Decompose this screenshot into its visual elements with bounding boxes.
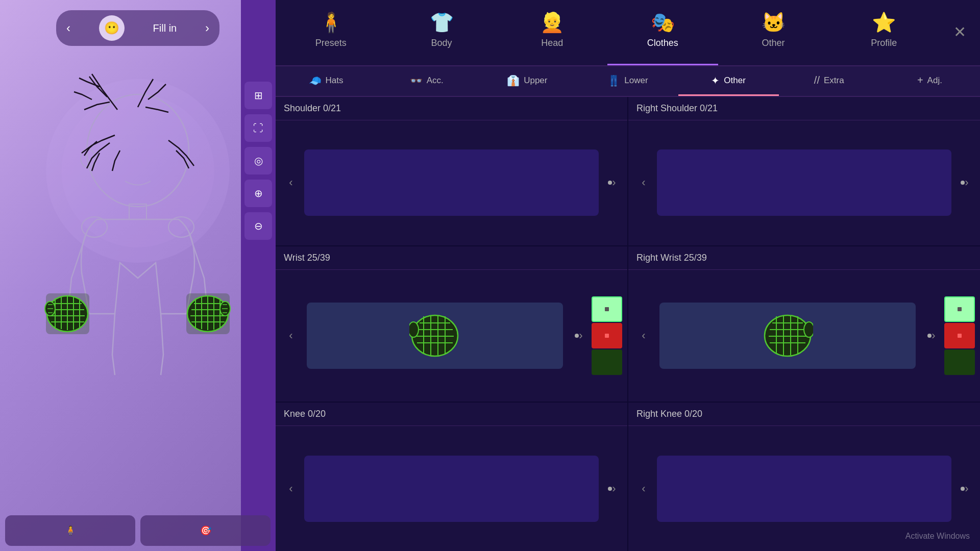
tab-presets-label: Presets bbox=[315, 38, 347, 48]
knee-left-next[interactable]: › bbox=[602, 479, 622, 499]
wrist-left-box[interactable] bbox=[307, 303, 563, 369]
tab-head-label: Head bbox=[541, 38, 563, 48]
wrist-left-section: Wrist 25/39 ‹ bbox=[276, 246, 627, 402]
subtab-extra-label: Extra bbox=[824, 76, 844, 86]
wrist-left-color-bottom[interactable] bbox=[592, 349, 622, 375]
knee-right-next[interactable]: › bbox=[954, 479, 975, 499]
char-svg-container bbox=[36, 59, 240, 390]
shoulder-right-content: ‹ › bbox=[628, 120, 980, 245]
grid-tool-button[interactable]: ⊞ bbox=[244, 82, 272, 109]
presets-icon: 🧍 bbox=[319, 11, 343, 34]
wrist-right-color-top[interactable] bbox=[944, 296, 975, 322]
clothes-icon: 🎭 bbox=[651, 11, 675, 34]
wrist-left-next[interactable]: › bbox=[569, 325, 589, 346]
wrist-right-content: ‹ bbox=[628, 270, 980, 402]
wrist-right-color-bottom[interactable] bbox=[944, 349, 975, 375]
fill-in-bar: ‹ 😶 Fill in › bbox=[56, 10, 219, 46]
shoulder-left-next[interactable]: › bbox=[602, 172, 622, 193]
subtab-acc[interactable]: 👓 Acc. bbox=[376, 66, 477, 96]
knee-left-prev[interactable]: ‹ bbox=[281, 479, 301, 499]
wrist-left-color-mid[interactable] bbox=[592, 323, 622, 348]
sub-nav: 🧢 Hats 👓 Acc. 👔 Upper 👖 Lower ✦ Other //… bbox=[276, 66, 980, 97]
knee-right-section: Right Knee 0/20 ‹ › bbox=[628, 403, 980, 551]
shoulder-left-header: Shoulder 0/21 bbox=[276, 97, 627, 120]
shoulder-right-box[interactable] bbox=[657, 149, 951, 216]
extra-icon: // bbox=[814, 74, 820, 86]
subtab-upper[interactable]: 👔 Upper bbox=[477, 66, 577, 96]
shoulder-right-section: Right Shoulder 0/21 ‹ › bbox=[628, 97, 980, 245]
tab-head[interactable]: 👱 Head bbox=[497, 0, 607, 65]
shoulder-left-box[interactable] bbox=[304, 149, 599, 216]
subtab-acc-label: Acc. bbox=[427, 76, 444, 86]
next-arrow-button[interactable]: › bbox=[205, 21, 209, 35]
wrist-right-next[interactable]: › bbox=[921, 325, 942, 346]
wrist-left-header: Wrist 25/39 bbox=[276, 246, 627, 270]
knee-left-content: ‹ › bbox=[276, 426, 627, 551]
other-icon: 🐱 bbox=[762, 11, 786, 34]
shoulder-left-section: Shoulder 0/21 ‹ › bbox=[276, 97, 627, 245]
shoulder-right-prev[interactable]: ‹ bbox=[633, 172, 654, 193]
wrist-right-section: Right Wrist 25/39 ‹ bbox=[628, 246, 980, 402]
zoom-in-button[interactable]: ⊕ bbox=[244, 180, 272, 207]
upper-icon: 👔 bbox=[507, 74, 520, 87]
shoulder-right-next[interactable]: › bbox=[954, 172, 975, 193]
content-area: Shoulder 0/21 ‹ › Right Shoulder 0/21 ‹ … bbox=[276, 97, 980, 551]
profile-icon: ⭐ bbox=[872, 11, 896, 34]
tab-other[interactable]: 🐱 Other bbox=[718, 0, 829, 65]
shoulder-left-prev[interactable]: ‹ bbox=[281, 172, 301, 193]
subtab-upper-label: Upper bbox=[524, 76, 547, 86]
knee-left-label: Knee 0/20 bbox=[284, 409, 326, 419]
lower-icon: 👖 bbox=[607, 74, 620, 87]
knee-right-box[interactable] bbox=[657, 456, 951, 522]
subtab-other-icon: ✦ bbox=[711, 74, 720, 87]
tab-clothes[interactable]: 🎭 Clothes bbox=[607, 0, 718, 65]
subtab-adj-label: Adj. bbox=[927, 76, 942, 86]
wrist-right-label: Right Wrist 25/39 bbox=[636, 253, 707, 263]
wrist-left-color-top[interactable] bbox=[592, 296, 622, 322]
prev-arrow-button[interactable]: ‹ bbox=[66, 21, 70, 35]
subtab-adj[interactable]: + Adj. bbox=[879, 66, 980, 96]
acc-icon: 👓 bbox=[410, 74, 423, 87]
pose-button[interactable]: 🎯 bbox=[140, 515, 271, 546]
zoom-out-button[interactable]: ⊖ bbox=[244, 212, 272, 240]
close-icon: ✕ bbox=[953, 23, 966, 41]
subtab-hats[interactable]: 🧢 Hats bbox=[276, 66, 376, 96]
wrist-right-box[interactable] bbox=[659, 303, 916, 369]
subtab-lower[interactable]: 👖 Lower bbox=[577, 66, 678, 96]
wrist-right-color-mid[interactable] bbox=[944, 323, 975, 348]
tab-profile-label: Profile bbox=[871, 38, 897, 48]
wrist-right-prev[interactable]: ‹ bbox=[633, 325, 654, 346]
shoulder-left-label: Shoulder 0/21 bbox=[284, 103, 341, 113]
shoulder-left-content: ‹ › bbox=[276, 120, 627, 245]
top-nav: 🧍 Presets 👕 Body 👱 Head 🎭 Clothes 🐱 Othe… bbox=[276, 0, 980, 66]
knee-right-header: Right Knee 0/20 bbox=[628, 403, 980, 426]
shoulder-right-header: Right Shoulder 0/21 bbox=[628, 97, 980, 120]
knee-left-section: Knee 0/20 ‹ › bbox=[276, 403, 627, 551]
fill-in-label: Fill in bbox=[153, 22, 177, 34]
tab-presets[interactable]: 🧍 Presets bbox=[276, 0, 386, 65]
knee-left-box[interactable] bbox=[304, 456, 599, 522]
knee-right-label: Right Knee 0/20 bbox=[636, 409, 702, 419]
bottom-buttons: 🧍 🎯 bbox=[0, 515, 276, 546]
left-panel: ‹ 😶 Fill in › bbox=[0, 0, 276, 551]
right-panel: 🧍 Presets 👕 Body 👱 Head 🎭 Clothes 🐱 Othe… bbox=[276, 0, 980, 551]
wrist-left-prev[interactable]: ‹ bbox=[281, 325, 301, 346]
shoulder-right-label: Right Shoulder 0/21 bbox=[636, 103, 718, 113]
tab-body[interactable]: 👕 Body bbox=[386, 0, 497, 65]
subtab-hats-label: Hats bbox=[326, 76, 344, 86]
tab-profile[interactable]: ⭐ Profile bbox=[828, 0, 939, 65]
character-display bbox=[31, 46, 245, 403]
tab-body-label: Body bbox=[431, 38, 452, 48]
subtab-extra[interactable]: // Extra bbox=[779, 66, 879, 96]
subtab-other[interactable]: ✦ Other bbox=[678, 66, 779, 96]
subtab-other-label: Other bbox=[724, 76, 746, 86]
head-icon: 👱 bbox=[540, 11, 564, 34]
target-tool-button[interactable]: ◎ bbox=[244, 147, 272, 174]
wrist-right-color-picker bbox=[944, 296, 975, 375]
frame-tool-button[interactable]: ⛶ bbox=[244, 114, 272, 142]
wrist-left-item-svg bbox=[409, 310, 460, 361]
char-select-button[interactable]: 🧍 bbox=[5, 515, 135, 546]
close-button[interactable]: ✕ bbox=[939, 0, 980, 65]
knee-right-prev[interactable]: ‹ bbox=[633, 479, 654, 499]
adj-icon: + bbox=[917, 74, 923, 86]
